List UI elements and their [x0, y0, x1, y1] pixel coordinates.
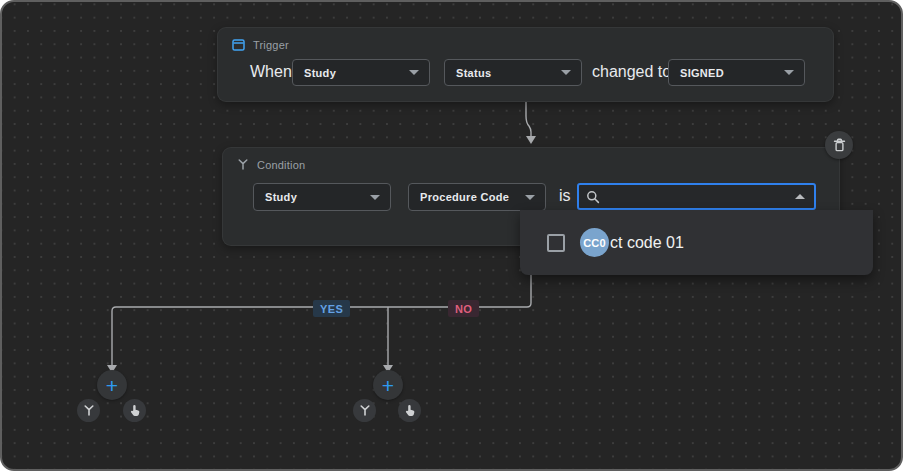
chevron-down-icon — [561, 70, 571, 75]
yes-branch-badge: YES — [313, 300, 350, 317]
trigger-entity-select[interactable]: Study — [292, 59, 430, 86]
plus-icon: + — [382, 375, 394, 396]
chevron-down-icon — [370, 195, 380, 200]
search-icon — [586, 190, 600, 204]
trigger-attribute-select[interactable]: Status — [444, 59, 582, 86]
chevron-down-icon — [409, 70, 419, 75]
no-branch-badge: NO — [448, 300, 479, 317]
item-label: ct code 01 — [610, 234, 684, 252]
workflow-editor: Trigger When Study Status changed to SIG… — [0, 0, 903, 471]
condition-value-combobox[interactable] — [577, 183, 816, 210]
add-step-button-yes[interactable]: + — [97, 370, 127, 400]
calendar-icon — [232, 38, 245, 51]
chevron-down-icon — [784, 70, 794, 75]
condition-attribute-value: Procedure Code — [420, 191, 509, 203]
condition-entity-select[interactable]: Study — [253, 183, 391, 211]
branch-icon — [83, 404, 95, 417]
chevron-down-icon — [525, 195, 535, 200]
trigger-node[interactable]: Trigger When Study Status changed to SIG… — [217, 27, 834, 102]
arrowhead-condition — [526, 136, 536, 144]
tap-icon — [403, 404, 416, 417]
plus-icon: + — [106, 375, 118, 396]
condition-entity-value: Study — [265, 191, 297, 203]
trigger-header: Trigger — [232, 38, 289, 51]
search-results-panel: CC0 ct code 01 — [520, 210, 873, 275]
item-checkbox[interactable] — [547, 234, 565, 252]
branch-icon — [237, 158, 249, 171]
chevron-up-icon — [795, 194, 805, 199]
workflow-canvas[interactable]: Trigger When Study Status changed to SIG… — [0, 0, 903, 471]
changed-to-label: changed to — [592, 63, 671, 81]
trigger-attribute-value: Status — [456, 67, 491, 79]
condition-header: Condition — [237, 158, 305, 171]
when-label: When — [250, 63, 292, 81]
branch-icon — [359, 404, 371, 417]
delete-node-button[interactable] — [825, 131, 853, 159]
tap-icon — [128, 404, 141, 417]
condition-attribute-select[interactable]: Procedure Code — [408, 183, 546, 211]
add-condition-button-yes[interactable] — [77, 399, 100, 422]
trigger-value: SIGNED — [680, 67, 724, 79]
avatar: CC0 — [580, 228, 609, 257]
wire-trigger-to-condition — [526, 102, 531, 136]
trigger-value-select[interactable]: SIGNED — [668, 59, 805, 86]
operator-label: is — [559, 187, 571, 205]
trigger-header-label: Trigger — [253, 39, 289, 51]
add-step-button-no[interactable]: + — [373, 370, 403, 400]
trash-icon — [833, 138, 846, 152]
add-action-button-no[interactable] — [398, 399, 421, 422]
add-condition-button-no[interactable] — [353, 399, 376, 422]
add-action-button-yes[interactable] — [123, 399, 146, 422]
list-item[interactable]: CC0 ct code 01 — [547, 228, 873, 257]
condition-header-label: Condition — [257, 159, 305, 171]
search-input[interactable] — [606, 189, 789, 204]
trigger-entity-value: Study — [304, 67, 336, 79]
